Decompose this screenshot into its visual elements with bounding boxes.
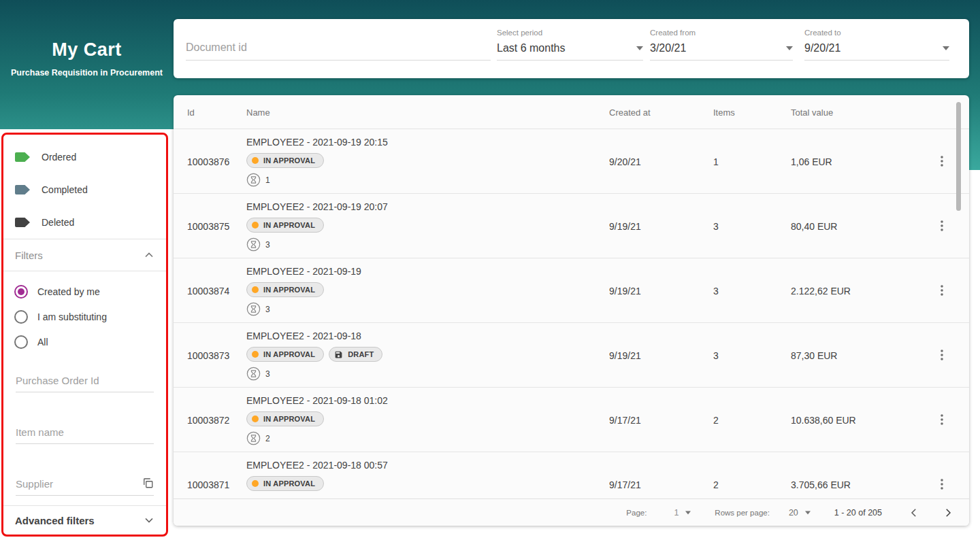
table-row[interactable]: 10003874 EMPLOYEE2 - 2021-09-19 IN APPRO… xyxy=(174,258,969,323)
badge-label: IN APPROVAL xyxy=(263,156,315,165)
row-created-at: 9/20/21 xyxy=(609,156,641,167)
chevron-right-icon xyxy=(942,507,954,519)
sidebar-item-ordered[interactable]: Ordered xyxy=(3,141,166,173)
rows-per-page-value: 20 xyxy=(789,508,798,518)
filters-section-toggle[interactable]: Filters xyxy=(3,239,166,271)
row-badges: IN APPROVALDRAFT xyxy=(246,347,382,362)
radio-option-created-by-me[interactable]: Created by me xyxy=(3,279,166,304)
page-subtitle: Purchase Requisition in Procurement xyxy=(0,68,174,78)
status-badge: IN APPROVAL xyxy=(246,282,324,297)
badge-label: IN APPROVAL xyxy=(263,350,315,358)
ownership-radio-group: Created by meI am substitutingAll xyxy=(3,271,166,357)
created-to-datepicker[interactable]: Created to 9/20/21 xyxy=(804,29,949,61)
tag-icon xyxy=(15,218,30,227)
pending-count: 3 xyxy=(265,240,270,250)
dropdown-caret-icon xyxy=(943,46,949,50)
row-name-cell: EMPLOYEE2 - 2021-09-18 00:57 IN APPROVAL xyxy=(246,460,388,491)
requisitions-table: Id Name Created at Items Total value 100… xyxy=(174,95,969,526)
row-items: 3 xyxy=(713,221,719,232)
select-period-label: Select period xyxy=(497,29,643,37)
row-id: 10003875 xyxy=(187,221,229,232)
status-dot-icon xyxy=(252,351,259,358)
badge-label: IN APPROVAL xyxy=(263,479,315,488)
row-total-value: 3.705,66 EUR xyxy=(791,479,851,490)
status-dot-icon xyxy=(252,157,259,164)
supplier-input[interactable] xyxy=(16,474,154,496)
save-icon xyxy=(334,350,343,359)
pagination-range: 1 - 20 of 205 xyxy=(834,508,882,518)
page-select[interactable]: 1 xyxy=(674,508,691,518)
pending-count: 3 xyxy=(265,369,270,379)
document-id-field xyxy=(186,41,491,61)
row-menu-button[interactable] xyxy=(930,279,953,302)
row-name-cell: EMPLOYEE2 - 2021-09-19 20:15 IN APPROVAL… xyxy=(246,137,388,187)
page-value: 1 xyxy=(674,508,679,518)
radio-option-i-am-substituting[interactable]: I am substituting xyxy=(3,304,166,329)
row-created-at: 9/19/21 xyxy=(609,350,641,361)
rows-per-page-select[interactable]: 20 xyxy=(789,508,811,518)
status-filter-list: OrderedCompletedDeleted xyxy=(3,135,166,239)
row-name-cell: EMPLOYEE2 - 2021-09-19 IN APPROVAL 3 xyxy=(246,266,361,316)
purchase-order-id-field xyxy=(16,371,154,392)
table-row[interactable]: 10003873 EMPLOYEE2 - 2021-09-18 IN APPRO… xyxy=(174,323,969,388)
dropdown-caret-icon xyxy=(636,46,643,50)
sidebar-item-label: Completed xyxy=(42,184,88,195)
radio-unselected-icon[interactable] xyxy=(14,335,28,349)
table-scrollbar[interactable] xyxy=(956,102,961,211)
pagination-bar: Page: 1 Rows per page: 20 1 - 20 of 205 xyxy=(174,498,969,526)
column-header-total-value: Total value xyxy=(791,107,833,117)
row-menu-button[interactable] xyxy=(930,214,953,237)
chevron-up-icon xyxy=(145,252,153,258)
sidebar-item-deleted[interactable]: Deleted xyxy=(3,206,166,239)
radio-unselected-icon[interactable] xyxy=(14,310,28,324)
row-id: 10003876 xyxy=(187,156,229,167)
row-id: 10003873 xyxy=(187,350,229,361)
created-from-datepicker[interactable]: Created from 3/20/21 xyxy=(650,29,793,61)
search-filter-bar: Select period Last 6 months Created from… xyxy=(174,19,969,78)
hourglass-icon xyxy=(246,367,261,381)
row-name-cell: EMPLOYEE2 - 2021-09-19 20:07 IN APPROVAL… xyxy=(246,201,388,252)
pending-approvals: 1 xyxy=(246,173,388,187)
document-id-input[interactable] xyxy=(186,41,491,61)
badge-label: IN APPROVAL xyxy=(263,221,315,229)
row-menu-button[interactable] xyxy=(930,343,953,367)
advanced-filters-toggle[interactable]: Advanced filters xyxy=(3,506,166,535)
row-id: 10003874 xyxy=(187,286,229,297)
row-items: 2 xyxy=(713,479,719,490)
table-row[interactable]: 10003875 EMPLOYEE2 - 2021-09-19 20:07 IN… xyxy=(174,194,969,258)
hourglass-icon xyxy=(246,302,261,316)
page-label: Page: xyxy=(626,509,647,517)
sidebar-item-completed[interactable]: Completed xyxy=(3,173,166,206)
chevron-left-icon xyxy=(908,507,920,519)
sidebar-item-label: Deleted xyxy=(42,217,74,228)
row-items: 2 xyxy=(713,415,719,426)
status-badge: DRAFT xyxy=(329,347,382,362)
next-page-button[interactable] xyxy=(939,504,957,522)
select-period-dropdown[interactable]: Select period Last 6 months xyxy=(497,29,643,61)
row-total-value: 1,06 EUR xyxy=(791,156,832,167)
row-badges: IN APPROVAL xyxy=(246,218,388,233)
previous-page-button[interactable] xyxy=(905,504,923,522)
created-from-value: 3/20/21 xyxy=(650,42,686,54)
dropdown-caret-icon xyxy=(805,511,811,514)
created-to-value: 9/20/21 xyxy=(804,42,840,54)
purchase-order-id-input[interactable] xyxy=(16,371,154,392)
row-name: EMPLOYEE2 - 2021-09-19 20:07 xyxy=(246,201,388,212)
row-menu-button[interactable] xyxy=(930,408,953,431)
row-menu-button[interactable] xyxy=(930,150,953,173)
radio-selected-icon[interactable] xyxy=(14,285,28,299)
status-badge: IN APPROVAL xyxy=(246,347,324,362)
table-row[interactable]: 10003876 EMPLOYEE2 - 2021-09-19 20:15 IN… xyxy=(174,129,969,194)
column-header-name: Name xyxy=(246,107,270,117)
table-row[interactable]: 10003872 EMPLOYEE2 - 2021-09-18 01:02 IN… xyxy=(174,388,969,452)
copy-icon[interactable] xyxy=(142,477,154,489)
item-name-input[interactable] xyxy=(16,422,154,444)
status-dot-icon xyxy=(252,480,259,487)
radio-option-all[interactable]: All xyxy=(3,329,166,354)
filters-section-label: Filters xyxy=(15,250,43,261)
status-dot-icon xyxy=(252,416,259,422)
filters-sidebar: OrderedCompletedDeleted Filters Created … xyxy=(1,133,168,537)
row-menu-button[interactable] xyxy=(930,473,953,496)
sidebar-item-label: Ordered xyxy=(42,152,76,163)
table-row[interactable]: 10003871 EMPLOYEE2 - 2021-09-18 00:57 IN… xyxy=(174,452,969,498)
